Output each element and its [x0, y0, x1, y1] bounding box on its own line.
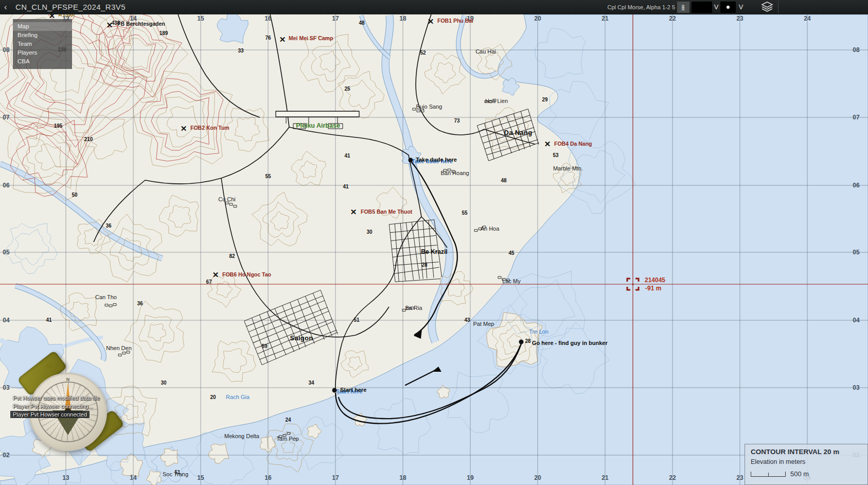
scale-bar: [751, 472, 786, 477]
menu-item-team[interactable]: Team: [13, 40, 72, 48]
dropdown-caret-2[interactable]: V: [737, 2, 745, 13]
marker-color-swatch[interactable]: [692, 2, 712, 13]
title-bar: ‹ CN_CLN_PFSPE_2024_R3V5 Cpl Cpl Morse, …: [0, 0, 868, 14]
toolbar-divider: [778, 1, 778, 13]
menu-item-briefing[interactable]: Briefing: [13, 31, 72, 40]
collapse-toolbar-button[interactable]: ««: [677, 2, 689, 13]
legend-box: CONTOUR INTERVAL 20 m Elevation in meter…: [745, 444, 868, 485]
chevron-double-up-icon: ««: [678, 5, 689, 10]
marker-style-swatch[interactable]: [720, 2, 736, 13]
back-chevron-icon[interactable]: ‹: [4, 0, 7, 14]
menu-item-map[interactable]: Map: [13, 22, 72, 31]
chat-log: Pvt Howser uses modified data filePlayer…: [10, 394, 102, 419]
contour-interval-text: CONTOUR INTERVAL 20 m: [751, 448, 862, 456]
menu-item-cba[interactable]: CBA: [13, 57, 72, 66]
player-name: Cpl Cpl Morse, Alpha 1-2 5: [608, 0, 675, 14]
chat-message: Pvt Howser uses modified data file: [10, 394, 102, 402]
layers-icon[interactable]: [758, 2, 776, 13]
dropdown-caret-1[interactable]: V: [712, 2, 720, 13]
compass-north-label: N: [66, 377, 70, 382]
chat-message: Player Pvt Howser connecting...: [10, 403, 96, 410]
dot-icon: [727, 6, 730, 9]
scale-label: 500 m: [790, 470, 809, 478]
map-menu: MapBriefingTeamPlayersCBA: [13, 19, 72, 69]
elevation-units-text: Elevation in meters: [751, 458, 862, 465]
menu-item-players[interactable]: Players: [13, 48, 72, 57]
map-screen: 1313141415151616171718181919202021212222…: [0, 0, 868, 485]
chat-message: Player Pvt Howser connected: [10, 411, 90, 418]
mission-title: CN_CLN_PFSPE_2024_R3V5: [15, 0, 126, 14]
